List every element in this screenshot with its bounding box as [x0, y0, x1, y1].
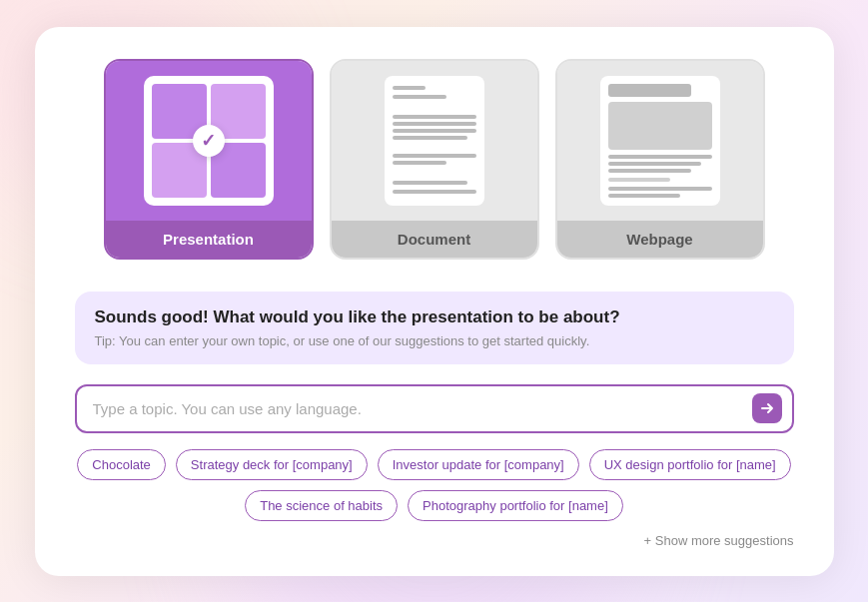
suggestion-investor[interactable]: Investor update for [company] — [378, 449, 579, 480]
selected-checkmark: ✓ — [193, 125, 225, 157]
chat-tip: Tip: You can enter your own topic, or us… — [95, 333, 774, 348]
chat-question: Sounds good! What would you like the pre… — [95, 307, 774, 327]
show-more-icon: + — [644, 533, 652, 548]
doc-line-group-2 — [393, 154, 476, 165]
arrow-right-icon — [760, 401, 774, 415]
suggestion-strategy[interactable]: Strategy deck for [company] — [176, 449, 368, 480]
doc-line-2 — [393, 95, 447, 99]
doc-line-1 — [393, 86, 427, 90]
web-text — [608, 155, 712, 173]
show-more-label: Show more suggestions — [655, 533, 794, 548]
webpage-thumbnail — [600, 76, 720, 206]
input-area — [75, 384, 794, 433]
suggestions-container: Chocolate Strategy deck for [company] In… — [75, 449, 794, 521]
suggestion-chocolate[interactable]: Chocolate — [77, 449, 166, 480]
topic-input[interactable] — [75, 384, 794, 433]
presentation-card[interactable]: ✓ Presentation — [104, 59, 314, 260]
webpage-label: Webpage — [557, 221, 763, 258]
document-card[interactable]: Document — [330, 59, 539, 260]
web-text-2 — [608, 187, 712, 198]
type-selector: ✓ Presentation — [75, 59, 794, 260]
document-preview — [332, 61, 537, 221]
web-content — [608, 102, 712, 150]
suggestion-photography[interactable]: Photography portfolio for [name] — [408, 490, 623, 521]
webpage-card[interactable]: Webpage — [555, 59, 765, 260]
web-header — [608, 84, 691, 97]
web-button — [608, 178, 670, 182]
chat-bubble: Sounds good! What would you like the pre… — [75, 292, 794, 364]
submit-button[interactable] — [752, 393, 782, 423]
show-more-button[interactable]: + Show more suggestions — [75, 533, 794, 548]
webpage-preview — [557, 61, 763, 221]
doc-line-group-1 — [393, 115, 476, 140]
document-label: Document — [332, 221, 537, 258]
presentation-label: Presentation — [106, 221, 312, 258]
main-panel: ✓ Presentation — [35, 27, 834, 576]
presentation-preview: ✓ — [106, 61, 312, 221]
document-thumbnail — [385, 76, 484, 206]
suggestion-ux[interactable]: UX design portfolio for [name] — [589, 449, 791, 480]
presentation-thumbnail: ✓ — [144, 76, 274, 206]
suggestion-habits[interactable]: The science of habits — [245, 490, 398, 521]
